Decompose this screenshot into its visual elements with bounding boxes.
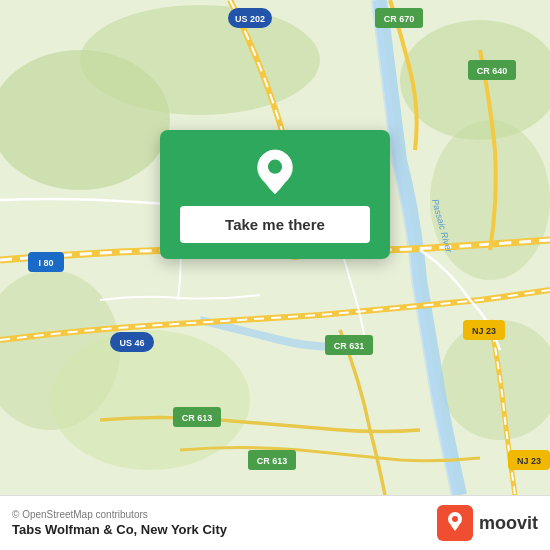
- bottom-bar: © OpenStreetMap contributors Tabs Wolfma…: [0, 495, 550, 550]
- bottom-left: © OpenStreetMap contributors Tabs Wolfma…: [12, 509, 227, 537]
- popup-card: Take me there: [160, 130, 390, 259]
- svg-text:CR 613: CR 613: [182, 413, 213, 423]
- svg-point-32: [268, 160, 282, 174]
- location-pin-icon: [251, 148, 299, 196]
- svg-point-6: [430, 120, 550, 280]
- svg-text:CR 631: CR 631: [334, 341, 365, 351]
- location-name: Tabs Wolfman & Co, New York City: [12, 522, 227, 537]
- svg-text:CR 670: CR 670: [384, 14, 415, 24]
- svg-point-2: [80, 5, 320, 115]
- svg-text:US 46: US 46: [119, 338, 144, 348]
- svg-text:US 202: US 202: [235, 14, 265, 24]
- svg-text:CR 640: CR 640: [477, 66, 508, 76]
- copyright-text: © OpenStreetMap contributors: [12, 509, 227, 520]
- svg-text:NJ 23: NJ 23: [517, 456, 541, 466]
- svg-point-35: [452, 516, 458, 522]
- svg-text:I 80: I 80: [38, 258, 53, 268]
- svg-text:CR 613: CR 613: [257, 456, 288, 466]
- moovit-text: moovit: [479, 513, 538, 534]
- moovit-icon: [437, 505, 473, 541]
- map-container: CR 670 US 202 CR 640 I 80 US 46 CR 613 C…: [0, 0, 550, 495]
- svg-text:NJ 23: NJ 23: [472, 326, 496, 336]
- moovit-logo[interactable]: moovit: [437, 505, 538, 541]
- take-me-there-button[interactable]: Take me there: [180, 206, 370, 243]
